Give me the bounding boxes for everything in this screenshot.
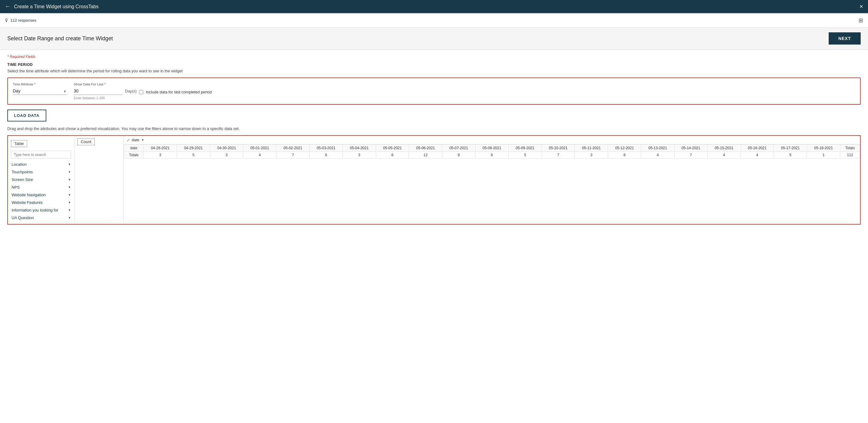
back-button[interactable]: ← (5, 3, 10, 10)
crosstab-col-header: 05-18-2021 (807, 145, 840, 152)
crosstab-table: date04-28-202104-29-202104-30-202105-01-… (124, 144, 860, 159)
cell-value: 9 (442, 152, 475, 159)
cell-value: 6 (475, 152, 509, 159)
crosstab-date-label: date (132, 138, 139, 142)
attribute-name: UA Question (11, 216, 34, 220)
crosstab-col-header: 05-08-2021 (475, 145, 509, 152)
crosstab-col-header: 05-09-2021 (508, 145, 541, 152)
cell-value: 4 (243, 152, 276, 159)
cell-value: 5 (177, 152, 210, 159)
crosstab-col-header: 05-13-2021 (641, 145, 675, 152)
crosstab-col-header: 05-11-2021 (575, 145, 608, 152)
time-attribute-select[interactable]: Day Week Month (13, 87, 68, 95)
attribute-dropdown-icon: ▼ (68, 163, 71, 166)
attribute-item[interactable]: Website Features▼ (11, 199, 72, 206)
response-info: ⊽ 112 responses (5, 18, 36, 23)
next-button[interactable]: NEXT (829, 32, 861, 45)
drag-desc: Drag and drop the attributes and chose a… (7, 126, 861, 131)
crosstab-col-header: 05-01-2021 (243, 145, 276, 152)
time-period-desc: Select the time attribute which will det… (7, 69, 861, 73)
response-count: 112 responses (10, 18, 36, 23)
crosstab-col-header: 05-16-2021 (741, 145, 774, 152)
content-area: * Required Fields TIME PERIOD Select the… (0, 50, 868, 423)
required-fields-label: * Required Fields (7, 55, 861, 59)
attribute-dropdown-icon: ▼ (68, 193, 71, 197)
include-last-period-checkbox[interactable] (139, 90, 143, 94)
attribute-item[interactable]: UA Question▼ (11, 214, 72, 222)
filter-icon: ⊽ (5, 18, 8, 23)
attribute-dropdown-icon: ▼ (68, 170, 71, 174)
attribute-name: Touchpoints (11, 170, 33, 174)
cell-value: 1 (807, 152, 840, 159)
cell-value: 6 (309, 152, 343, 159)
title-bar: ← Create a Time Widget using CrossTabs × (0, 0, 868, 13)
attribute-dropdown-icon: ▼ (68, 178, 71, 181)
close-button[interactable]: × (860, 3, 863, 10)
count-label: Count (78, 138, 95, 145)
attribute-name: Website Navigation (11, 193, 46, 197)
expand-icon[interactable]: ⤢ (127, 138, 130, 142)
crosstab-col-header: 05-12-2021 (608, 145, 641, 152)
hint-text: Enter between 1-365 (74, 96, 212, 100)
crosstab-col-header: 05-15-2021 (707, 145, 741, 152)
load-data-button[interactable]: LOAD DATA (7, 110, 46, 121)
cell-value: 7 (674, 152, 707, 159)
attribute-name: Location (11, 162, 27, 167)
cell-value: 6 (376, 152, 409, 159)
table-header-row: Table (8, 138, 75, 149)
crosstab-col-header: date (124, 145, 144, 152)
crosstab-col-header: 05-04-2021 (343, 145, 376, 152)
middle-panel: Count (75, 136, 124, 224)
cell-value: 4 (641, 152, 675, 159)
title-bar-left: ← Create a Time Widget using CrossTabs (5, 3, 98, 10)
time-period-box: Time Attribute * Day Week Month ▼ Show D… (7, 78, 861, 105)
attribute-item[interactable]: Location▼ (11, 161, 72, 168)
time-attribute-group: Time Attribute * Day Week Month ▼ (13, 82, 68, 95)
attribute-name: Website Features (11, 200, 43, 205)
show-data-input[interactable] (74, 87, 123, 95)
cell-value: 7 (541, 152, 575, 159)
crosstab-col-header: 05-17-2021 (774, 145, 807, 152)
attribute-item[interactable]: Information you looking for▼ (11, 206, 72, 214)
show-data-label: Show Data For Last * (74, 82, 212, 86)
cell-value: 8 (608, 152, 641, 159)
time-period-fields: Time Attribute * Day Week Month ▼ Show D… (13, 82, 855, 100)
cell-value: 112 (840, 152, 860, 159)
header-section: Select Date Range and create Time Widget… (0, 27, 868, 50)
search-input[interactable] (11, 151, 71, 159)
cell-value: 3 (575, 152, 608, 159)
attribute-item[interactable]: Screen Size▼ (11, 176, 72, 184)
crosstab-col-header: 04-29-2021 (177, 145, 210, 152)
right-panel: ⤢ date ▼ date04-28-202104-29-202104-30-2… (124, 136, 860, 224)
crosstab-dropdown-icon[interactable]: ▼ (141, 138, 144, 142)
crosstab-col-header: 05-05-2021 (376, 145, 409, 152)
time-attribute-select-wrapper: Day Week Month ▼ (13, 87, 68, 95)
include-last-period-label: Include data for last completed period (146, 90, 212, 94)
row-label: Totals (124, 152, 144, 159)
crosstab-col-header: 05-07-2021 (442, 145, 475, 152)
time-attribute-label: Time Attribute * (13, 82, 68, 86)
crosstab-col-header: 05-14-2021 (674, 145, 707, 152)
crosstab-col-header: 05-03-2021 (309, 145, 343, 152)
stack-icon: ⊞ (859, 17, 863, 24)
attribute-dropdown-icon: ▼ (68, 208, 71, 212)
attribute-name: NPS (11, 185, 20, 190)
attribute-item[interactable]: Website Navigation▼ (11, 191, 72, 199)
attribute-name: Information you looking for (11, 208, 58, 213)
crosstab-col-header: 05-06-2021 (409, 145, 442, 152)
include-last-period-group: Include data for last completed period (139, 90, 212, 94)
cell-value: 5 (774, 152, 807, 159)
cell-value: 5 (508, 152, 541, 159)
crosstab-col-header: Totals (840, 145, 860, 152)
cell-value: 7 (276, 152, 310, 159)
attribute-item[interactable]: Touchpoints▼ (11, 168, 72, 176)
attribute-list: Location▼Touchpoints▼Screen Size▼NPS▼Web… (8, 161, 75, 222)
cell-value: 12 (409, 152, 442, 159)
time-period-title: TIME PERIOD (7, 62, 861, 67)
attribute-item[interactable]: NPS▼ (11, 184, 72, 191)
left-panel: Table Location▼Touchpoints▼Screen Size▼N… (8, 136, 75, 224)
attribute-dropdown-icon: ▼ (68, 201, 71, 204)
show-data-group: Show Data For Last * Day(s) Include data… (74, 82, 212, 100)
crosstab-col-header: 04-28-2021 (144, 145, 177, 152)
cell-value: 4 (741, 152, 774, 159)
